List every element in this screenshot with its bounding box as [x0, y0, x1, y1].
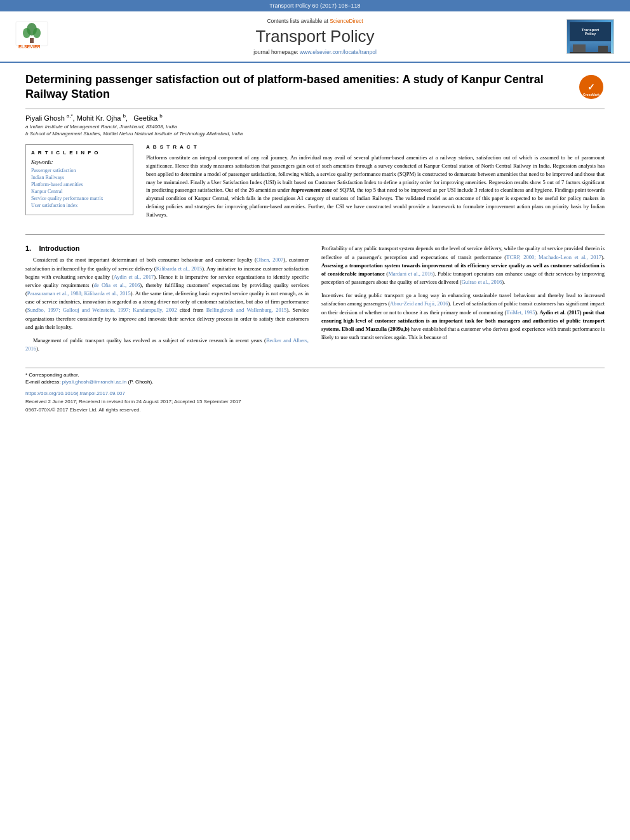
keyword-platform-amenities[interactable]: Platform-based amenities [31, 182, 128, 187]
keywords-label: Keywords: [31, 159, 128, 165]
section-divider [25, 234, 605, 235]
parasuraman-ref[interactable]: Parasuraman et al., 1988; Kilibarda et a… [27, 290, 131, 297]
intro-right-paragraph-1: Profitability of any public transport sy… [321, 244, 605, 286]
aydin-ref[interactable]: Aydin et al., 2017 [114, 274, 154, 280]
article-info-box: A R T I C L E I N F O Keywords: Passenge… [25, 144, 133, 215]
keywords-list: Passenger satisfaction Indian Railways P… [31, 168, 128, 208]
email-note: E-mail address: piyali.ghosh@iimranchi.a… [25, 379, 605, 385]
corresponding-author-note: * Corresponding author. [25, 372, 605, 378]
homepage-url[interactable]: www.elsevier.com/locate/tranpol [300, 49, 377, 55]
keyword-passenger-satisfaction[interactable]: Passenger satisfaction [31, 168, 128, 173]
main-content: Determining passenger satisfaction out o… [0, 63, 630, 425]
journal-header: ELSEVIER Contents lists available at Sci… [0, 11, 630, 63]
bellingkrodt-ref[interactable]: Bellingkrodt and Wallenburg, 2015 [206, 307, 287, 313]
affiliations: a Indian Institute of Management Ranchi,… [25, 124, 605, 137]
svg-point-3 [33, 28, 41, 38]
crossmark-icon[interactable]: ✓ CrossMark [579, 75, 603, 99]
header-center: Contents lists available at ScienceDirec… [64, 18, 566, 55]
sciencedirect-link[interactable]: ScienceDirect [330, 18, 363, 24]
article-title-section: Determining passenger satisfaction out o… [25, 72, 605, 109]
trimet-ref[interactable]: TriMet, 1995 [506, 309, 535, 316]
elsevier-logo: ELSEVIER [13, 18, 64, 55]
footnote-section: * Corresponding author. E-mail address: … [25, 368, 605, 413]
intro-paragraph-2: Management of public transport quality h… [25, 337, 309, 353]
article-info-label: A R T I C L E I N F O [31, 150, 128, 156]
journal-image: TransportPolicy [566, 19, 617, 54]
copyright-line: 0967-070X/© 2017 Elsevier Ltd. All right… [25, 407, 605, 413]
left-column: A R T I C L E I N F O Keywords: Passenge… [25, 144, 133, 225]
intro-left: 1. Introduction Considered as the most i… [25, 244, 309, 358]
intro-paragraph-1: Considered as the most important determi… [25, 256, 309, 331]
keyword-service-quality[interactable]: Service quality performance matrix [31, 196, 128, 201]
received-line: Received 2 June 2017; Received in revise… [25, 399, 605, 404]
top-bar: Transport Policy 60 (2017) 108–118 [0, 0, 630, 11]
introduction-section: 1. Introduction Considered as the most i… [25, 244, 605, 358]
affiliation-a: a Indian Institute of Management Ranchi,… [25, 124, 605, 130]
mardani-ref[interactable]: Mardani et al., 2016 [388, 270, 432, 277]
keyword-kanpur-central[interactable]: Kanpur Central [31, 189, 128, 194]
crossmark: ✓ CrossMark [579, 75, 605, 99]
abstract-section: A B S T R A C T Platforms constitute an … [146, 144, 605, 218]
guirao-ref[interactable]: Guirao et al., 2016 [462, 279, 502, 285]
abstract-text: Platforms constitute an integral compone… [146, 154, 605, 218]
olsen-2007-ref[interactable]: Olsen, 2007 [257, 257, 284, 263]
intro-right: Profitability of any public transport sy… [321, 244, 605, 358]
keyword-indian-railways[interactable]: Indian Railways [31, 175, 128, 180]
abstract-label: A B S T R A C T [146, 144, 605, 150]
page: Transport Policy 60 (2017) 108–118 ELSEV… [0, 0, 630, 840]
section-number: 1. Introduction [25, 244, 309, 252]
kilibarda-ref[interactable]: Kilibarda et al., 2015 [156, 265, 203, 272]
svg-text:✓: ✓ [587, 82, 595, 92]
abouzeid-ref[interactable]: Abou-Zeid and Fujii, 2016 [390, 300, 448, 307]
sundbo-ref[interactable]: Sundbo, 1997; Gallouj and Weinstein, 199… [27, 307, 177, 313]
becker-ref[interactable]: Becker and Albers, 2016 [25, 337, 309, 352]
journal-thumbnail: TransportPolicy [566, 19, 614, 54]
intro-right-paragraph-2: Incentives for using public transport go… [321, 291, 605, 342]
right-column: A B S T R A C T Platforms constitute an … [146, 144, 605, 225]
deona-ref[interactable]: de Oña et al., 2016 [94, 282, 140, 288]
author-email-link[interactable]: piyali.ghosh@iimranchi.ac.in [62, 379, 127, 385]
keyword-user-satisfaction[interactable]: User satisfaction index [31, 203, 128, 208]
journal-homepage: journal homepage: www.elsevier.com/locat… [64, 49, 566, 55]
journal-title: Transport Policy [64, 27, 566, 46]
svg-text:ELSEVIER: ELSEVIER [18, 44, 41, 49]
authors: Piyali Ghosh a,*, Mohit Kr. Ojha b, Geet… [25, 113, 605, 122]
article-info-abstract: A R T I C L E I N F O Keywords: Passenge… [25, 144, 605, 225]
article-title: Determining passenger satisfaction out o… [25, 72, 573, 102]
doi-section: https://doi.org/10.1016/j.tranpol.2017.0… [25, 390, 605, 396]
svg-rect-4 [30, 38, 34, 43]
contents-line: Contents lists available at ScienceDirec… [64, 18, 566, 24]
tcrp-ref[interactable]: TCRP, 2000; Machado-Leon et al., 2017 [506, 254, 601, 260]
journal-citation: Transport Policy 60 (2017) 108–118 [269, 3, 360, 9]
affiliation-b: b School of Management Studies, Motilal … [25, 131, 605, 137]
svg-text:CrossMark: CrossMark [583, 93, 600, 97]
svg-point-2 [23, 28, 30, 38]
doi-link[interactable]: https://doi.org/10.1016/j.tranpol.2017.0… [25, 390, 125, 396]
